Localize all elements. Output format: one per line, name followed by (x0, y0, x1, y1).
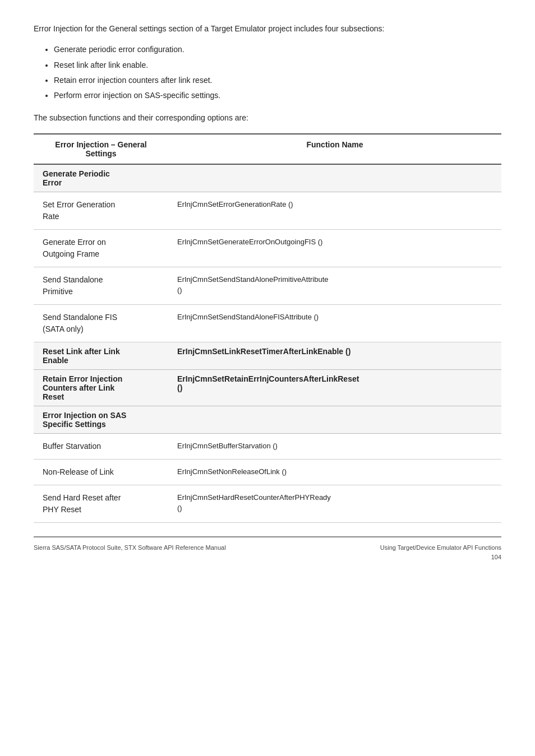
section-label: Generate Periodic Error (34, 164, 168, 192)
table-row: Error Injection on SAS Specific Settings (34, 406, 501, 433)
footer-left-text: Sierra SAS/SATA Protocol Suite, STX Soft… (34, 544, 226, 551)
table-row: Send Hard Reset after PHY ResetErInjCmnS… (34, 485, 501, 522)
subsection-note: The subsection functions and their corre… (34, 112, 501, 124)
bullet-item: Retain error injection counters after li… (54, 73, 501, 87)
item-label: Send Standalone FIS (SATA only) (34, 304, 168, 342)
item-label: Set Error Generation Rate (34, 192, 168, 229)
table-row: Generate Error on Outgoing FrameErInjCmn… (34, 229, 501, 267)
footer-right-section: Using Target/Device Emulator API Functio… (380, 544, 501, 551)
item-function: ErInjCmnSetNonReleaseOfLink () (168, 459, 501, 485)
table-row: Send Standalone PrimitiveErInjCmnSetSend… (34, 267, 501, 304)
col2-header: Function Name (168, 134, 501, 164)
table-row: Generate Periodic Error (34, 164, 501, 192)
table-row: Reset Link after Link EnableErInjCmnSetL… (34, 342, 501, 369)
item-function: ErInjCmnSetBufferStarvation () (168, 433, 501, 459)
item-function: ErInjCmnSetErrorGenerationRate () (168, 192, 501, 229)
section-label: Error Injection on SAS Specific Settings (34, 406, 168, 433)
item-label: Send Hard Reset after PHY Reset (34, 485, 168, 522)
item-function: ErInjCmnSetSendStandAlonePrimitiveAttrib… (168, 267, 501, 304)
section-function: ErInjCmnSetRetainErrInjCountersAfterLink… (168, 369, 501, 406)
section-label: Reset Link after Link Enable (34, 342, 168, 369)
table-row: Set Error Generation RateErInjCmnSetErro… (34, 192, 501, 229)
bullet-item: Generate periodic error configuration. (54, 43, 501, 57)
item-function: ErInjCmnSetGenerateErrorOnOutgoingFIS () (168, 229, 501, 267)
footer-left: Sierra SAS/SATA Protocol Suite, STX Soft… (34, 543, 226, 553)
item-function: ErInjCmnSetHardResetCounterAfterPHYReady… (168, 485, 501, 522)
table-row: Retain Error Injection Counters after Li… (34, 369, 501, 406)
item-label: Buffer Starvation (34, 433, 168, 459)
table-row: Non-Release of LinkErInjCmnSetNonRelease… (34, 459, 501, 485)
item-function: ErInjCmnSetSendStandAloneFISAttribute () (168, 304, 501, 342)
footer-right: Using Target/Device Emulator API Functio… (380, 543, 501, 563)
bullet-list: Generate periodic error configuration. R… (54, 43, 501, 103)
table-row: Send Standalone FIS (SATA only)ErInjCmnS… (34, 304, 501, 342)
item-label: Non-Release of Link (34, 459, 168, 485)
item-label: Generate Error on Outgoing Frame (34, 229, 168, 267)
col1-header: Error Injection – General Settings (34, 134, 168, 164)
footer-page-number: 104 (491, 554, 501, 560)
item-label: Send Standalone Primitive (34, 267, 168, 304)
bullet-item: Reset link after link enable. (54, 58, 501, 72)
section-function: ErInjCmnSetLinkResetTimerAfterLinkEnable… (168, 342, 501, 369)
functions-table: Error Injection – General Settings Funct… (34, 133, 501, 523)
section-function (168, 406, 501, 433)
table-header-row: Error Injection – General Settings Funct… (34, 134, 501, 164)
intro-paragraph: Error Injection for the General settings… (34, 22, 501, 35)
table-row: Buffer StarvationErInjCmnSetBufferStarva… (34, 433, 501, 459)
section-label: Retain Error Injection Counters after Li… (34, 369, 168, 406)
footer: Sierra SAS/SATA Protocol Suite, STX Soft… (34, 536, 501, 563)
page: Error Injection for the General settings… (0, 0, 535, 579)
section-function (168, 164, 501, 192)
bullet-item: Perform error injection on SAS-specific … (54, 89, 501, 103)
